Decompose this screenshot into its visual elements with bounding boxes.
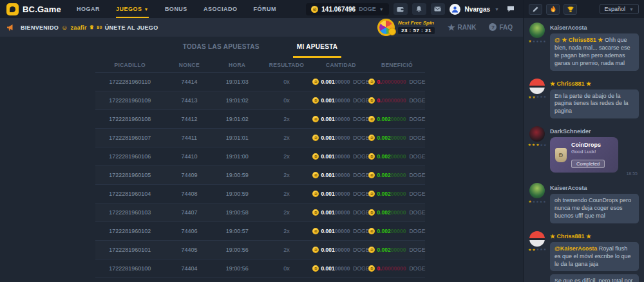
table-row[interactable]: 17222819601027440619:00:572xÐ0.00100000D…: [95, 221, 425, 240]
faq-link[interactable]: ? FAQ: [489, 23, 513, 31]
cell-result: 2x: [260, 153, 313, 160]
table-row[interactable]: 17222819601037440719:00:582xÐ0.00100000D…: [95, 203, 425, 221]
star-icon: ★: [528, 248, 531, 252]
star-off-icon: ★: [544, 144, 546, 147]
balance-selector[interactable]: Ð 141.067496 DOGE ▼: [306, 3, 388, 15]
cell-amount-value: 0.001: [321, 135, 334, 141]
cell-nonce: 74408: [165, 191, 214, 197]
user-mention[interactable]: @ ★ Chriss881 ★: [554, 37, 603, 43]
chat-bubble-icon: [507, 6, 515, 12]
cell-profit: Ð0.00200000DOGE: [369, 116, 425, 122]
chat-rules-button[interactable]: [529, 4, 542, 15]
currency-label: DOGE: [353, 265, 369, 272]
cell-profit-value: 0.002: [377, 172, 390, 178]
cell-result: 2x: [260, 135, 313, 141]
table-row[interactable]: 17222819601007440419:00:560xÐ0.00100000D…: [95, 259, 425, 277]
user-mention[interactable]: @KaiserAcosta: [554, 245, 597, 252]
chat-contest-button[interactable]: [564, 4, 577, 15]
cell-hash: 1722281960109: [95, 97, 165, 104]
username[interactable]: Nvargas: [465, 6, 490, 13]
chat-message-body: KaiserAcostaoh tremendo CounDrops pero n…: [550, 183, 639, 227]
currency-label: DOGE: [409, 79, 425, 85]
star-off-icon: ★: [540, 95, 542, 99]
wallet-button[interactable]: [393, 3, 408, 15]
table-row[interactable]: 17222819601047440819:00:592xÐ0.00100000D…: [95, 184, 425, 203]
doge-coin-icon: Ð: [311, 6, 318, 13]
user-avatar[interactable]: [450, 4, 460, 15]
chat-bubble: En la parte de abajo de la pagina tienes…: [550, 89, 639, 119]
cell-amount-value: 0.001: [321, 209, 334, 216]
table-row[interactable]: 17222819601077441119:01:012xÐ0.00100000D…: [95, 128, 425, 147]
notifications-button[interactable]: [412, 3, 426, 15]
balance-amount: 141.067496: [321, 6, 355, 13]
chat-toggle-button[interactable]: [504, 3, 518, 15]
table-row[interactable]: 17222819601067441019:01:002xÐ0.00100000D…: [95, 147, 425, 165]
cell-time: 19:00:56: [214, 247, 260, 253]
tab-mi-apuesta[interactable]: MI APUESTA: [293, 43, 342, 58]
language-selector[interactable]: Español ▼: [600, 4, 639, 14]
cell-amount-value: 0.001: [321, 265, 334, 272]
cell-profit-decimals: 00000: [391, 191, 406, 197]
spin-wheel-icon: [377, 19, 395, 36]
flame-icon: [551, 6, 556, 12]
chat-bubble: @KaiserAcosta Royal flush es que el móvi…: [550, 242, 639, 272]
table-row[interactable]: 17222819601087441219:01:022xÐ0.00100000D…: [95, 109, 425, 128]
rank-link[interactable]: ★ RANK: [448, 23, 477, 32]
doge-coin-icon: Ð: [368, 116, 375, 122]
tab-todas-las-apuestas[interactable]: TODAS LAS APUESTAS: [179, 43, 263, 58]
menu-item-fórum[interactable]: FÓRUM: [253, 0, 276, 18]
chat-username[interactable]: KaiserAcosta: [550, 185, 639, 191]
star-off-icon: ★: [540, 144, 543, 147]
star-icon: ★: [532, 143, 535, 147]
chat-username[interactable]: ★ Chriss881 ★: [550, 80, 639, 87]
chat-bubble-text: Se que es difícil ,pero total por probar: [554, 277, 633, 282]
currency-label: DOGE: [353, 79, 369, 85]
cell-profit: Ð0.00200000DOGE: [369, 191, 425, 197]
avatar[interactable]: [529, 23, 545, 38]
cell-amount: Ð0.00100000DOGE: [313, 79, 369, 85]
cell-amount-decimals: 00000: [335, 79, 350, 85]
announcement-text[interactable]: BIENVENIDO ☺ zaafir ♛ 80 ÚNETE AL JUEGO: [21, 24, 158, 31]
avatar[interactable]: [529, 79, 545, 94]
avatar[interactable]: [529, 183, 545, 198]
currency-label: DOGE: [409, 116, 425, 122]
star-off-icon: ★: [536, 95, 539, 99]
chat-username[interactable]: ★ Chriss881 ★: [550, 233, 639, 240]
coindrops-card[interactable]: ÐCoinDropsGood Luck!Completed: [550, 137, 618, 173]
cell-amount: Ð0.00100000DOGE: [313, 247, 369, 253]
cell-time: 19:01:01: [214, 135, 260, 141]
cell-profit-value: 0.002: [377, 153, 390, 160]
chat-hot-button[interactable]: [546, 4, 560, 15]
cell-profit: Ð0.00200000DOGE: [369, 153, 425, 160]
table-row[interactable]: 17222819601017440519:00:562xÐ0.00100000D…: [95, 240, 425, 259]
chat-username[interactable]: DarkSchneider: [550, 128, 639, 135]
messages-button[interactable]: [431, 3, 445, 15]
menu-item-asociado[interactable]: ASOCIADO: [204, 0, 238, 18]
currency-label: DOGE: [409, 265, 425, 272]
avatar[interactable]: [529, 231, 545, 247]
currency-label: DOGE: [353, 172, 369, 178]
chevron-down-icon[interactable]: ▼: [495, 7, 499, 12]
avatar[interactable]: [529, 126, 545, 142]
cell-amount: Ð0.00100000DOGE: [313, 172, 369, 178]
doge-coin-icon: Ð: [368, 228, 375, 234]
currency-label: DOGE: [409, 191, 425, 197]
chat-username[interactable]: KaiserAcosta: [550, 24, 639, 31]
mail-icon: [434, 6, 441, 12]
cell-hash: 1722281960101: [95, 247, 165, 253]
coindrops-completed-button[interactable]: Completed: [571, 160, 605, 168]
chat-messages: ★★★★★KaiserAcosta@ ★ Chriss881 ★ Ohh que…: [524, 23, 644, 282]
table-row[interactable]: 17222819601057440919:00:592xÐ0.00100000D…: [95, 165, 425, 184]
menu-item-juegos[interactable]: JUEGOS▼: [116, 0, 149, 18]
cell-nonce: 74404: [165, 265, 214, 272]
wallet-icon: [397, 6, 404, 12]
brand-logo[interactable]: BC.Game: [6, 3, 77, 15]
table-row[interactable]: 17222819601107441419:01:030xÐ0.00100000D…: [95, 72, 425, 91]
menu-item-hogar[interactable]: HOGAR: [77, 0, 100, 18]
chat-message-body: ★ Chriss881 ★@KaiserAcosta Royal flush e…: [550, 231, 639, 282]
menu-item-bonus[interactable]: BONUS: [165, 0, 187, 18]
free-spin-widget[interactable]: Next Free Spin 23 : 57 : 21: [377, 19, 435, 36]
cell-hash: 1722281960103: [95, 209, 165, 216]
currency-label: DOGE: [353, 228, 369, 234]
table-row[interactable]: 17222819601097441319:01:020xÐ0.00100000D…: [95, 91, 425, 109]
